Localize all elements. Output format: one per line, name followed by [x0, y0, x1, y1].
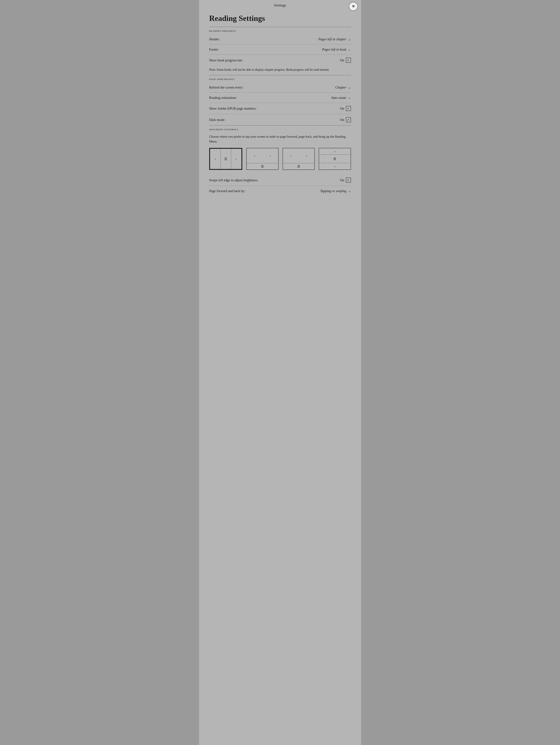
control-option-1[interactable]: ‹ ☰ ›: [209, 148, 243, 170]
adobe-control[interactable]: On ✓: [340, 106, 351, 111]
dark-mode-control[interactable]: On ✓: [340, 117, 351, 122]
ctrl3-arrow-right: ›: [283, 148, 299, 163]
ctrl2-arrow-left: ‹: [247, 148, 262, 163]
header-value-control[interactable]: Pages left in chapter ⌄: [318, 37, 351, 41]
footer-label: Footer:: [209, 47, 219, 52]
page-forward-value-text: Tapping or swiping: [320, 189, 346, 193]
ctrl2-arrow-right: ›: [262, 148, 278, 163]
adobe-state: On: [340, 107, 344, 110]
orientation-value-text: Auto rotate: [331, 96, 346, 100]
page-appearance-section: PAGE APPEARANCE Refresh the screen every…: [209, 75, 351, 125]
dark-mode-checkbox[interactable]: ✓: [346, 117, 351, 122]
orientation-value-control[interactable]: Auto rotate ⌄: [331, 96, 351, 100]
control-option-4[interactable]: ‹ ☰ ›: [319, 148, 351, 170]
page-forward-label: Page forward and back by:: [209, 189, 245, 193]
swipe-label: Swipe left edge to adjust brightness:: [209, 178, 258, 182]
page-heading: Reading Settings: [209, 14, 351, 23]
header-value-text: Pages left in chapter: [318, 37, 346, 41]
refresh-chevron-icon: ⌄: [348, 85, 351, 89]
ctrl1-right: ›: [231, 149, 242, 169]
ctrl4-bottom-arrow: ›: [319, 163, 351, 169]
ctrl3-arrow-left: ‹: [299, 148, 314, 163]
refresh-value-text: Chapter: [335, 86, 346, 89]
control-option-3[interactable]: › ‹ ☰: [283, 148, 315, 170]
adobe-setting-row: Show Adobe EPUB page numbers: On ✓: [209, 103, 351, 114]
page-forward-control[interactable]: Tapping or swiping ⌄: [320, 189, 351, 193]
refresh-value-control[interactable]: Chapter ⌄: [335, 85, 351, 89]
show-progress-state: On: [340, 58, 344, 62]
onscreen-controls-section: ONSCREEN CONTROLS Choose where you prefe…: [209, 126, 351, 196]
ctrl4-top-arrow: ‹: [319, 148, 351, 155]
reading-progress-label: READING PROGRESS: [209, 27, 351, 34]
control-option-2[interactable]: ‹ › ☰: [246, 148, 279, 170]
ctrl3-top: › ‹: [283, 148, 314, 163]
ctrl1-left: ‹: [210, 149, 221, 169]
modal-title: Settings: [274, 3, 286, 7]
swipe-checkbox[interactable]: ✓: [346, 177, 351, 183]
adobe-checkbox[interactable]: ✓: [346, 106, 351, 111]
bottom-settings: Swipe left edge to adjust brightness: On…: [209, 174, 351, 196]
ctrl4-middle-menu: ☰: [319, 155, 351, 163]
header-setting-row: Header: Pages left in chapter ⌄: [209, 34, 351, 44]
adobe-label: Show Adobe EPUB page numbers:: [209, 107, 257, 110]
ctrl3-menu: ☰: [283, 163, 314, 169]
controls-description: Choose where you prefer to tap your scre…: [209, 133, 351, 148]
page-appearance-label: PAGE APPEARANCE: [209, 75, 351, 82]
show-progress-control[interactable]: On ✓: [340, 58, 351, 63]
page-forward-row: Page forward and back by: Tapping or swi…: [209, 186, 351, 196]
ctrl1-center: ☰: [220, 149, 231, 169]
swipe-setting-row: Swipe left edge to adjust brightness: On…: [209, 174, 351, 186]
footer-value-text: Pages left in book: [322, 47, 346, 52]
swipe-state: On: [340, 178, 344, 182]
orientation-chevron-icon: ⌄: [348, 96, 351, 100]
page-forward-chevron-icon: ⌄: [348, 189, 351, 193]
footer-chevron-icon: ⌄: [348, 47, 351, 52]
controls-grid: ‹ ☰ › ‹ › ☰ › ‹: [209, 148, 351, 170]
ctrl2-top: ‹ ›: [247, 148, 278, 163]
modal-container: Settings ✕ Reading Settings READING PROG…: [199, 0, 361, 745]
footer-value-control[interactable]: Pages left in book ⌄: [322, 47, 351, 52]
onscreen-controls-label: ONSCREEN CONTROLS: [209, 126, 351, 133]
orientation-setting-row: Reading orientation: Auto rotate ⌄: [209, 93, 351, 103]
show-progress-checkbox[interactable]: ✓: [346, 58, 351, 63]
swipe-control[interactable]: On ✓: [340, 177, 351, 183]
dark-mode-row: Dark mode: On ✓: [209, 114, 351, 125]
header-chevron-icon: ⌄: [348, 37, 351, 41]
show-progress-label: Show book progress bar:: [209, 58, 243, 62]
dark-mode-label: Dark mode:: [209, 118, 225, 122]
content-area: Reading Settings READING PROGRESS Header…: [199, 10, 361, 199]
refresh-label: Refresh the screen every:: [209, 86, 244, 89]
dark-mode-state: On: [340, 118, 344, 122]
close-button[interactable]: ✕: [349, 2, 358, 11]
progress-note: Note: Some books will not be able to dis…: [209, 66, 351, 75]
modal-header: Settings ✕: [199, 0, 361, 10]
orientation-label: Reading orientation:: [209, 96, 237, 100]
show-progress-row: Show book progress bar: On ✓: [209, 55, 351, 66]
header-label: Header:: [209, 37, 220, 41]
refresh-setting-row: Refresh the screen every: Chapter ⌄: [209, 82, 351, 93]
footer-setting-row: Footer: Pages left in book ⌄: [209, 44, 351, 55]
reading-progress-section: READING PROGRESS Header: Pages left in c…: [209, 27, 351, 75]
ctrl2-menu: ☰: [247, 163, 278, 169]
